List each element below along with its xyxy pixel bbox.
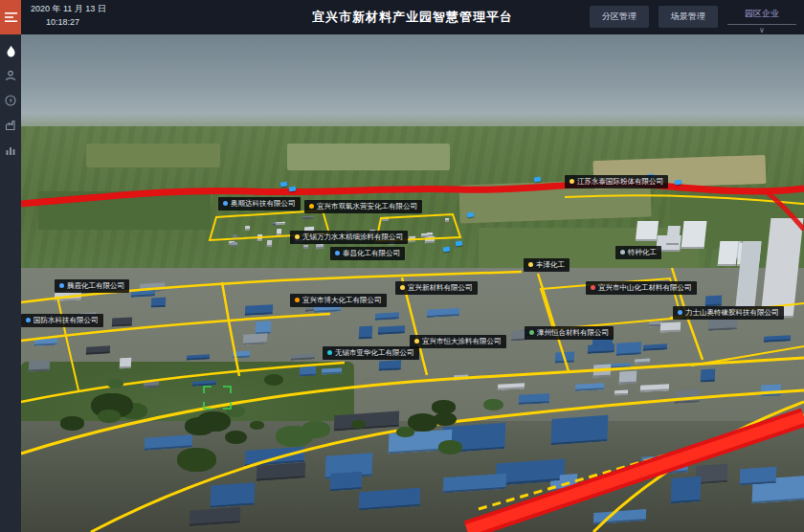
top-header: 宜兴市新材料产业园智慧管理平台 2020 年 11 月 13 日 10:18:2… xyxy=(21,0,804,34)
factory-icon[interactable] xyxy=(0,113,21,138)
tree xyxy=(177,448,217,472)
company-marker-icon xyxy=(591,285,595,290)
company-label[interactable]: 宜兴市中山化工材料有限公司 xyxy=(586,281,697,295)
menu-icon[interactable] xyxy=(0,0,21,34)
bar-chart-icon[interactable] xyxy=(0,138,21,163)
tree xyxy=(434,412,457,426)
toolbar-sidebar xyxy=(0,0,21,532)
tree xyxy=(250,421,263,430)
company-label-text: 江苏永泰国际粉体有限公司 xyxy=(577,178,663,186)
tree xyxy=(225,431,247,444)
company-marker-icon xyxy=(620,250,625,255)
company-label[interactable]: 宜兴市双氧水营安化工有限公司 xyxy=(304,200,422,213)
datetime: 2020 年 11 月 13 日 10:18:27 xyxy=(31,5,106,28)
company-label-text: 无锡市亚华化工有限公司 xyxy=(335,349,414,357)
company-label[interactable]: 力士山奥特橡胶科技有限公司 xyxy=(673,306,784,320)
tree xyxy=(276,426,310,447)
company-label[interactable]: 奥顺达科技有限公司 xyxy=(218,197,301,211)
date-text: 2020 年 11 月 13 日 xyxy=(31,5,106,14)
company-label[interactable]: 无锡万力水木精细涂料有限公司 xyxy=(290,231,408,244)
tree xyxy=(351,420,366,429)
company-marker-icon xyxy=(414,339,419,344)
time-text: 10:18:27 xyxy=(46,18,106,28)
company-label-text: 力士山奥特橡胶科技有限公司 xyxy=(685,309,779,317)
tree xyxy=(396,427,413,437)
company-label-text: 特种化工 xyxy=(628,249,657,256)
company-label-text: 宜兴市博大化工有限公司 xyxy=(302,297,382,304)
user-icon[interactable] xyxy=(0,63,21,88)
company-label-text: 丰泽化工 xyxy=(536,261,565,269)
company-marker-icon xyxy=(295,298,300,302)
company-marker-icon xyxy=(327,350,332,355)
company-label-text: 宜兴新材料有限公司 xyxy=(408,284,473,292)
company-label[interactable]: 宜兴市博大化工有限公司 xyxy=(290,294,387,307)
selection-bracket xyxy=(202,385,233,410)
dropdown-label: 园区企业 xyxy=(727,6,796,24)
zone-manage-button[interactable]: 分区管理 xyxy=(590,6,649,28)
company-marker-icon xyxy=(400,285,405,290)
power-icon[interactable] xyxy=(0,88,21,113)
map-canvas[interactable]: 奥顺达科技有限公司宜兴市双氧水营安化工有限公司无锡万力水木精细涂料有限公司江苏永… xyxy=(0,0,804,532)
company-marker-icon xyxy=(59,283,64,288)
tree xyxy=(185,417,214,435)
company-label[interactable]: 宜兴新材料有限公司 xyxy=(395,281,478,295)
company-label[interactable]: 特种化工 xyxy=(615,246,661,259)
company-label-text: 潭州恒合材料有限公司 xyxy=(537,329,609,337)
company-label-text: 泰昌化工有限公司 xyxy=(343,250,400,257)
scene-manage-button[interactable]: 场景管理 xyxy=(659,6,718,28)
company-marker-icon xyxy=(529,330,534,335)
company-label-text: 腾霞化工有限公司 xyxy=(67,282,124,290)
company-marker-icon xyxy=(223,201,228,206)
company-marker-icon xyxy=(295,234,300,239)
tree xyxy=(60,416,84,431)
company-label[interactable]: 丰泽化工 xyxy=(524,258,570,272)
company-label[interactable]: 无锡市亚华化工有限公司 xyxy=(323,346,419,360)
company-marker-icon xyxy=(309,204,314,209)
park-enterprise-dropdown[interactable]: 园区企业 ∨ xyxy=(727,6,796,34)
company-label[interactable]: 江苏永泰国际粉体有限公司 xyxy=(565,175,668,188)
company-label[interactable]: 国防水科技有限公司 xyxy=(21,314,103,327)
company-marker-icon xyxy=(26,318,31,322)
company-label-text: 国防水科技有限公司 xyxy=(34,317,99,324)
road-network xyxy=(0,0,804,532)
tree xyxy=(264,374,284,386)
company-marker-icon xyxy=(570,179,574,184)
company-label-text: 宜兴市双氧水营安化工有限公司 xyxy=(317,203,417,211)
chevron-down-icon: ∨ xyxy=(727,25,796,34)
company-label[interactable]: 泰昌化工有限公司 xyxy=(330,247,405,260)
company-label[interactable]: 潭州恒合材料有限公司 xyxy=(525,326,614,340)
company-label-text: 奥顺达科技有限公司 xyxy=(231,200,296,208)
company-label[interactable]: 宜兴市恒大涂料有限公司 xyxy=(410,335,506,348)
flame-icon[interactable] xyxy=(0,38,21,63)
company-label-text: 宜兴市中山化工材料有限公司 xyxy=(598,284,692,292)
company-label-text: 宜兴市恒大涂料有限公司 xyxy=(422,338,502,345)
company-label[interactable]: 腾霞化工有限公司 xyxy=(55,279,129,293)
company-marker-icon xyxy=(678,310,682,315)
company-marker-icon xyxy=(528,262,533,267)
tree xyxy=(483,399,502,410)
tree xyxy=(438,440,463,454)
company-marker-icon xyxy=(335,251,340,255)
company-label-text: 无锡万力水木精细涂料有限公司 xyxy=(302,233,403,241)
